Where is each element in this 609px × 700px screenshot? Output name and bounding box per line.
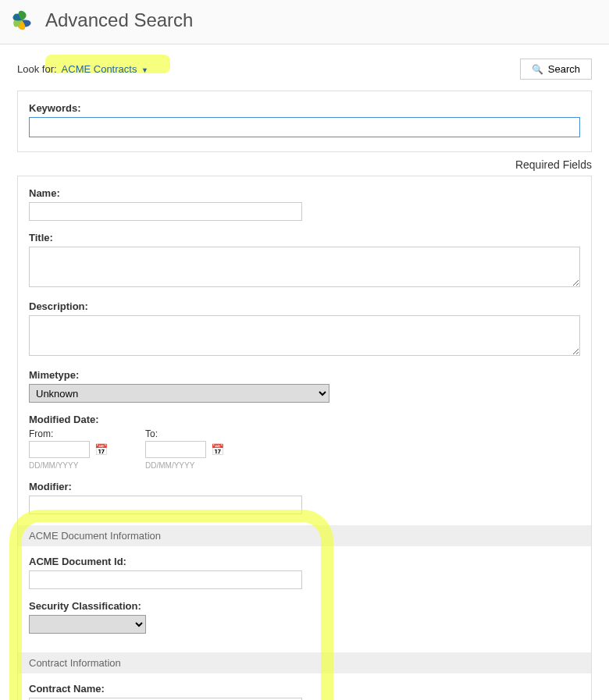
from-label: From: — [29, 428, 108, 439]
mimetype-select[interactable]: Unknown — [29, 384, 329, 403]
security-class-select[interactable] — [29, 615, 146, 634]
from-date-input[interactable] — [29, 441, 90, 458]
contract-name-label: Contract Name: — [29, 683, 580, 695]
keywords-panel: Keywords: — [17, 91, 592, 152]
modifier-label: Modifier: — [29, 481, 580, 492]
acme-doc-section-header: ACME Document Information — [18, 525, 591, 546]
title-textarea[interactable] — [29, 247, 580, 287]
to-label: To: — [145, 428, 224, 439]
description-textarea[interactable] — [29, 315, 580, 356]
modifier-input[interactable] — [29, 496, 302, 514]
to-format-hint: DD/MM/YYYY — [145, 461, 224, 470]
search-button[interactable]: 🔍 Search — [520, 59, 592, 80]
search-toolbar: Look for: ACME Contracts ▼ 🔍 Search — [0, 44, 609, 91]
from-format-hint: DD/MM/YYYY — [29, 461, 108, 470]
search-icon: 🔍 — [532, 64, 543, 75]
required-fields-label: Required Fields — [0, 158, 592, 171]
mimetype-label: Mimetype: — [29, 369, 580, 381]
name-input[interactable] — [29, 202, 302, 221]
keywords-input[interactable] — [29, 117, 580, 137]
lookfor-dropdown[interactable]: ACME Contracts ▼ — [62, 63, 148, 75]
page-title: Advanced Search — [45, 9, 193, 31]
contract-section-header: Contract Information — [18, 652, 591, 673]
acme-doc-id-input[interactable] — [29, 570, 302, 589]
to-date-input[interactable] — [145, 441, 206, 458]
name-label: Name: — [29, 187, 580, 199]
main-form-panel: Name: Title: Description: Mimetype: Unkn… — [17, 176, 592, 700]
calendar-icon[interactable]: 📅 — [211, 443, 224, 456]
lookfor-label: Look for: — [17, 63, 57, 75]
app-logo-icon — [8, 6, 36, 34]
page-header: Advanced Search — [0, 0, 609, 44]
acme-doc-id-label: ACME Document Id: — [29, 556, 580, 567]
title-label: Title: — [29, 232, 580, 243]
description-label: Description: — [29, 300, 580, 312]
keywords-label: Keywords: — [29, 102, 580, 114]
security-class-label: Security Classification: — [29, 600, 580, 612]
lookfor-value: ACME Contracts — [62, 63, 137, 75]
search-button-label: Search — [548, 63, 580, 75]
calendar-icon[interactable]: 📅 — [94, 443, 108, 456]
chevron-down-icon: ▼ — [141, 66, 148, 74]
modified-date-label: Modified Date: — [29, 414, 580, 425]
